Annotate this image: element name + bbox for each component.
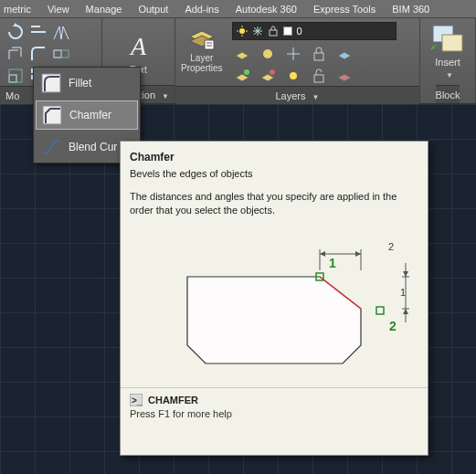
svg-rect-8: [205, 40, 214, 49]
dim-top: 2: [388, 241, 394, 252]
blend-curves-icon: [41, 137, 61, 157]
command-prompt-icon: >_: [130, 394, 143, 406]
tooltip-description: The distances and angles that you specif…: [130, 190, 418, 217]
layer-uniso-icon[interactable]: [258, 66, 278, 86]
flyout-label: Blend Cur: [69, 141, 117, 153]
menu-item-addins[interactable]: Add-ins: [185, 4, 218, 15]
chevron-down-icon: ▼: [162, 92, 169, 100]
layers-panel-title[interactable]: Layers ▼: [175, 86, 419, 104]
flyout-item-fillet[interactable]: Fillet: [34, 68, 140, 99]
flyout-label: Fillet: [69, 77, 91, 90]
layer-state-icon[interactable]: [232, 44, 252, 64]
menu-item-expresstools[interactable]: Express Tools: [313, 4, 376, 15]
svg-text:>_: >_: [132, 395, 143, 406]
svg-rect-35: [376, 307, 384, 314]
flyout-label: Chamfer: [69, 109, 111, 121]
tooltip-command: >_ CHAMFER: [130, 394, 418, 406]
svg-point-27: [290, 72, 297, 79]
dim-label-1: 1: [329, 256, 336, 270]
freeze-icon: [252, 26, 263, 37]
tooltip-summary: Bevels the edges of objects: [130, 167, 418, 181]
tooltip-hint: Press F1 for more help: [130, 408, 418, 419]
tooltip-diagram: 1 2 2 1: [130, 226, 418, 382]
svg-rect-3: [9, 69, 22, 82]
trim-icon[interactable]: [28, 22, 48, 42]
layer-thaw-icon[interactable]: [283, 66, 303, 86]
svg-rect-28: [314, 75, 323, 82]
layer-match-icon[interactable]: [334, 44, 354, 64]
menu-item-manage[interactable]: Manage: [86, 4, 122, 15]
rotate-icon[interactable]: [5, 22, 26, 42]
layer-lock-icon[interactable]: [309, 44, 329, 64]
layer-freeze-icon[interactable]: [283, 44, 303, 64]
svg-rect-30: [442, 35, 462, 51]
dim-side: 1: [400, 287, 406, 298]
tooltip-command-text: CHAMFER: [148, 395, 198, 406]
text-tool-icon[interactable]: A: [131, 32, 146, 61]
layer-properties-label: Layer Properties: [181, 53, 223, 73]
chamfer-icon: [42, 105, 62, 125]
layer-off-icon[interactable]: [258, 44, 278, 64]
menubar: metric View Manage Output Add-ins Autode…: [0, 0, 476, 18]
dim-label-2: 2: [389, 319, 397, 333]
mirror-icon[interactable]: [51, 22, 71, 42]
tooltip-chamfer: Chamfer Bevels the edges of objects The …: [120, 141, 428, 456]
sun-icon: [237, 26, 248, 37]
menu-item-output[interactable]: Output: [138, 4, 168, 15]
lock-icon: [268, 26, 279, 37]
layer-iso-icon[interactable]: [232, 66, 252, 86]
svg-rect-0: [54, 50, 61, 58]
block-panel-title[interactable]: Block: [436, 85, 460, 103]
insert-label: Insert: [435, 57, 460, 68]
chevron-down-icon: ▼: [446, 71, 453, 79]
flyout-item-chamfer[interactable]: Chamfer: [36, 100, 138, 130]
menu-item-metric[interactable]: metric: [4, 4, 31, 15]
color-swatch: [283, 26, 292, 36]
layer-unlock-icon[interactable]: [309, 66, 329, 86]
svg-rect-1: [61, 50, 69, 58]
menu-item-view[interactable]: View: [48, 4, 69, 15]
modify-title-text: Mo: [5, 90, 19, 101]
svg-point-11: [239, 28, 245, 34]
annotation-title-text: tion: [139, 90, 155, 100]
fillet-icon: [41, 73, 61, 93]
menu-item-autodesk360[interactable]: Autodesk 360: [236, 4, 297, 15]
layers-title-text: Layers: [275, 90, 305, 101]
layer-current-icon[interactable]: [334, 66, 354, 86]
svg-point-26: [270, 69, 275, 75]
scale-icon[interactable]: [5, 66, 26, 86]
svg-rect-2: [9, 75, 16, 82]
layer-properties-button[interactable]: Layer Properties: [181, 22, 228, 73]
chevron-down-icon: ▼: [312, 93, 320, 101]
svg-point-25: [244, 69, 249, 75]
fillet-dropdown-icon[interactable]: [28, 44, 48, 64]
svg-rect-20: [270, 30, 277, 36]
insert-block-icon[interactable]: [429, 22, 466, 53]
layer-dropdown[interactable]: 0: [232, 22, 397, 40]
stretch-icon[interactable]: [51, 44, 71, 64]
svg-point-21: [263, 49, 272, 58]
svg-rect-24: [314, 53, 323, 60]
copy-icon[interactable]: [5, 44, 26, 64]
tooltip-title: Chamfer: [130, 151, 418, 163]
menu-item-bim360[interactable]: BIM 360: [392, 4, 429, 15]
layer-name: 0: [297, 26, 302, 37]
